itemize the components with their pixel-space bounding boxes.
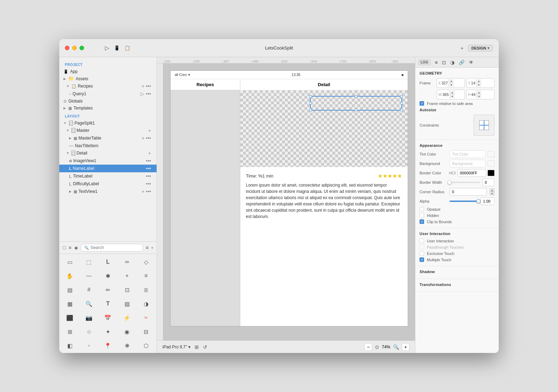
widget-diamond[interactable]: ◇ (137, 255, 155, 269)
canvas-viewport[interactable]: all Creo ✦ 13:36 ■ Reci (163, 63, 415, 340)
clip-bounds-checkbox[interactable]: ✓ (420, 219, 424, 224)
widget-radio[interactable]: ◉ (118, 325, 136, 338)
hidden-checkbox[interactable] (420, 213, 424, 218)
mastertable-add[interactable]: + (142, 135, 144, 141)
search-box[interactable]: 🔍 (81, 244, 143, 251)
widget-text[interactable]: T (99, 297, 117, 310)
design-button[interactable]: DESIGN ▾ (468, 45, 493, 52)
list-view-icon[interactable]: ≡ (146, 245, 149, 250)
calendar-icon[interactable]: 📋 (125, 45, 130, 51)
frame-h-up[interactable]: ▲ (476, 91, 481, 95)
query-play[interactable]: ▷ (141, 91, 144, 97)
widget-half[interactable]: ◧ (61, 339, 79, 352)
widget-crosshair[interactable]: + (118, 269, 136, 282)
widget-dashed[interactable]: ⬚ (80, 255, 98, 269)
rotate-icon[interactable]: ⊞ (195, 344, 199, 350)
sidebar-item-namelabel[interactable]: L NameLabel ••• (59, 165, 157, 172)
frame-y-stepper[interactable]: ▲ ▼ (476, 79, 481, 87)
passthrough-checkbox[interactable] (420, 245, 424, 249)
mastertable-more[interactable]: ••• (146, 135, 151, 141)
widget-field[interactable]: ⊡ (118, 283, 136, 296)
safe-area-checkbox[interactable]: ✓ (420, 101, 424, 106)
background-input[interactable]: Background (450, 160, 485, 167)
sidebar-item-master[interactable]: ▼ □ Master + (59, 127, 157, 134)
handle-mr[interactable] (400, 102, 403, 105)
alpha-thumb[interactable] (476, 199, 481, 203)
widget-grid-icon[interactable]: # (80, 283, 98, 296)
layers-tab-icon[interactable]: ◑ (450, 60, 454, 65)
widget-menu[interactable]: ≡ (137, 269, 155, 282)
minimize-button[interactable] (72, 46, 77, 50)
widget-label[interactable]: L (99, 255, 117, 269)
sidebar-item-difficultylabel[interactable]: L DifficultyLabel ••• (59, 180, 157, 188)
play-icon[interactable]: ▷ (105, 45, 109, 51)
alpha-input[interactable]: 1.00 (481, 197, 495, 205)
device-selector[interactable]: iPad Pro 9.7" ▾ (163, 345, 190, 349)
widget-camera[interactable]: 📷 (80, 311, 98, 324)
border-width-slider[interactable] (450, 182, 480, 183)
widget-date[interactable]: 📅 (99, 311, 117, 324)
widget-flower[interactable]: ❋ (118, 339, 136, 352)
recipes-add[interactable]: + (142, 83, 144, 89)
frame-w-up[interactable]: ▲ (450, 91, 455, 95)
sidebar-item-navtitleitem[interactable]: — NavTitleItem (59, 142, 157, 149)
search-input[interactable] (91, 245, 140, 250)
exclusive-touch-checkbox[interactable] (420, 251, 424, 256)
corner-radius-up[interactable]: ▲ (490, 188, 495, 192)
link-tab-icon[interactable]: 🔗 (459, 60, 465, 65)
widget-3d-icon[interactable]: ◈ (74, 245, 78, 250)
handle-tr[interactable] (400, 95, 403, 98)
sidebar-item-imageview1[interactable]: ✿ ImageView1 ••• (59, 157, 157, 165)
widget-view-icon[interactable]: □ (63, 245, 66, 250)
frame-x-down[interactable]: ▼ (449, 83, 454, 87)
widget-image[interactable]: ⬛ (61, 311, 79, 324)
border-color-swatch[interactable] (488, 170, 495, 176)
widget-line[interactable]: — (80, 269, 98, 282)
list-tab-icon[interactable]: ≡ (435, 60, 438, 65)
handle-tl[interactable] (309, 95, 312, 98)
user-interaction-checkbox[interactable] (420, 239, 424, 243)
frame-w-stepper[interactable]: ▲ ▼ (450, 91, 455, 98)
handle-bl[interactable] (309, 109, 312, 111)
widget-clock[interactable]: ◑ (137, 297, 155, 310)
tint-color-input[interactable]: Tint Color (450, 150, 485, 158)
background-swatch[interactable] (488, 160, 495, 167)
widget-list-icon[interactable]: ≡ (68, 245, 71, 250)
corner-radius-down[interactable]: ▼ (490, 192, 495, 195)
add-icon[interactable]: + (461, 45, 463, 51)
detail-add[interactable]: + (148, 150, 151, 156)
sidebar-item-textview1[interactable]: ▶ ▦ TextView1 + ••• (59, 188, 157, 195)
query-more[interactable]: ••• (146, 91, 151, 97)
alpha-slider[interactable] (450, 201, 478, 202)
opaque-checkbox[interactable] (420, 207, 424, 211)
handle-ml[interactable] (309, 102, 312, 105)
recipes-more[interactable]: ••• (146, 83, 151, 89)
widget-split2[interactable]: ⊞ (61, 325, 79, 338)
widget-split[interactable]: ⚡ (118, 311, 136, 324)
border-width-thumb[interactable] (447, 180, 452, 184)
corner-radius-input[interactable]: 0 (450, 188, 487, 196)
widget-search2[interactable]: 🔍 (80, 297, 98, 310)
imageview-more[interactable]: ••• (146, 158, 151, 164)
sidebar-item-pagesplit1[interactable]: ▼ □ PageSplit1 (59, 120, 157, 127)
widget-minus[interactable]: ⊟ (137, 325, 155, 338)
widget-pencil[interactable]: ✏ (99, 283, 117, 296)
widget-star-outline[interactable]: ☆ (80, 325, 98, 338)
border-width-input[interactable]: 0 (482, 179, 495, 186)
widget-table[interactable]: ▤ (61, 283, 79, 296)
widget-textview[interactable]: ▨ (118, 297, 136, 310)
zoom-out-button[interactable]: − (364, 343, 372, 351)
log-button[interactable]: LOG (418, 59, 431, 65)
widget-collection[interactable]: ▦ (61, 297, 79, 310)
widget-circle[interactable]: ◦ (80, 339, 98, 352)
textview-add[interactable]: + (142, 189, 144, 194)
frame-y-down[interactable]: ▼ (476, 83, 481, 87)
namelabel-more[interactable]: ••• (146, 166, 151, 171)
zoom-in-button[interactable]: + (402, 343, 409, 351)
sidebar-item-timelabel[interactable]: L TimeLabel ••• (59, 172, 157, 180)
sidebar-item-assets[interactable]: ▶ 📁 Assets (59, 75, 157, 82)
chevron-down-icon[interactable]: ▾ (151, 246, 153, 250)
sidebar-item-templates[interactable]: ▶ ▦ Templates (59, 105, 157, 112)
handle-br[interactable] (400, 109, 403, 111)
fullscreen-button[interactable] (80, 46, 84, 50)
